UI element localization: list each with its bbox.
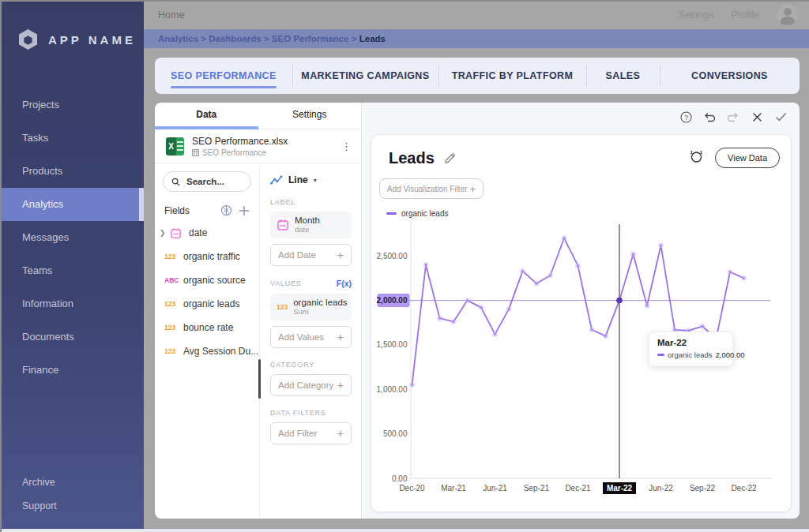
avatar[interactable] [777, 4, 798, 25]
sidebar-item-analytics[interactable]: Analytics [0, 188, 144, 221]
breadcrumb-separator: > [262, 34, 272, 43]
add-values-button[interactable]: Add Values + [270, 326, 352, 348]
config-column: Line ▾ LABEL Month date Add Date + VALUE… [259, 163, 361, 519]
field-item-avg-session-du[interactable]: 123Avg Session Du... [155, 339, 259, 363]
plus-icon: + [337, 427, 344, 440]
dashboard-tab-conversions[interactable]: CONVERSIONS [660, 58, 800, 94]
breadcrumb-item[interactable]: SEO Performance [272, 34, 349, 43]
add-field-icon[interactable] [239, 205, 250, 216]
sidebar-item-tasks[interactable]: Tasks [0, 122, 144, 155]
help-icon[interactable]: ? [679, 111, 692, 123]
field-split-icon[interactable] [220, 204, 232, 216]
data-filters-section-header: DATA FILTERS [270, 409, 352, 417]
line-chart-icon [270, 175, 283, 185]
topbar-settings-link[interactable]: Settings [678, 9, 713, 21]
expand-chevron-icon[interactable]: ❯ [160, 229, 165, 237]
label-chip-subtitle: date [295, 226, 320, 234]
label-section-header: LABEL [270, 198, 352, 206]
svg-text:Mar-21: Mar-21 [441, 484, 466, 493]
viz-filter-input[interactable]: Add Visualization Filter + [379, 178, 484, 199]
topbar-home-link[interactable]: Home [158, 9, 184, 21]
number-type-icon: 123 [164, 347, 179, 355]
add-filter-button[interactable]: Add Filter + [270, 422, 352, 444]
file-name: SEO Performance.xlsx [192, 136, 288, 147]
number-type-icon: 123 [164, 253, 179, 260]
value-chip-organic-leads[interactable]: 123 organic leads Sum [270, 294, 352, 320]
svg-text:Sep-21: Sep-21 [524, 484, 550, 493]
add-values-label: Add Values [278, 332, 324, 342]
dashboard-tab-sales[interactable]: SALES [586, 58, 660, 94]
sidebar-item-products[interactable]: Products [0, 155, 144, 188]
breadcrumb-item[interactable]: Dashboards [209, 34, 261, 43]
plus-icon: + [337, 249, 344, 261]
dashboard-tabbar: SEO PERFORMANCEMARKETING CAMPAIGNSTRAFFI… [155, 58, 800, 94]
field-item-organic-source[interactable]: ABCorganic source [155, 268, 259, 292]
sidebar-item-documents[interactable]: Documents [0, 320, 144, 354]
dashboard-tab-marketing-campaigns[interactable]: MARKETING CAMPAIGNS [292, 58, 438, 94]
fields-label: Fields [164, 205, 190, 216]
svg-text:Dec-21: Dec-21 [565, 484, 591, 493]
chart-title: Leads [389, 149, 435, 167]
field-item-organic-leads[interactable]: 123organic leads [155, 292, 259, 316]
field-item-bounce-rate[interactable]: 123bounce rate [155, 316, 259, 339]
view-data-button[interactable]: View Data [715, 148, 780, 168]
datasource-row[interactable]: X SEO Performance.xlsx SEO Performance ⋮ [155, 129, 361, 163]
file-menu-button[interactable]: ⋮ [341, 141, 352, 152]
tooltip-series-swatch [657, 354, 664, 356]
redo-icon[interactable] [727, 111, 739, 123]
svg-text:Jun-21: Jun-21 [483, 484, 507, 493]
field-name: organic leads [183, 298, 239, 309]
undo-icon[interactable] [703, 111, 716, 123]
field-name: organic traffic [183, 251, 240, 262]
field-item-organic-traffic[interactable]: 123organic traffic [155, 245, 259, 268]
sidebar-item-support[interactable]: Support [0, 494, 144, 518]
value-chip-subtitle: Sum [293, 308, 347, 317]
tooltip-value: 2,000.00 [716, 350, 745, 359]
chevron-down-icon: ▾ [314, 177, 317, 184]
sidebar-footer: ArchiveSupport [0, 470, 144, 518]
tab-data[interactable]: Data [155, 109, 258, 120]
topbar-profile-link[interactable]: Profile [732, 9, 759, 21]
topbar: Home Settings Profile [144, 0, 809, 29]
page-border-top [0, 0, 809, 2]
dashboard-tab-seo-performance[interactable]: SEO PERFORMANCE [155, 58, 292, 94]
chart-section: ? Leads View Data Add Visualization Filt… [361, 103, 800, 519]
sidebar-item-teams[interactable]: Teams [0, 254, 144, 287]
svg-text:1,000.00: 1,000.00 [377, 385, 408, 394]
sidebar-item-archive[interactable]: Archive [0, 470, 144, 494]
page-border-bottom [0, 529, 809, 532]
svg-text:Sep-22: Sep-22 [690, 484, 716, 493]
number-type-icon: 123 [164, 324, 179, 332]
add-date-button[interactable]: Add Date + [270, 244, 352, 266]
field-item-date[interactable]: ❯date [155, 221, 259, 245]
fields-column: Search... Fields ❯date123organic traffic… [155, 163, 259, 519]
add-filter-label: Add Filter [278, 429, 317, 438]
logo-hexagon-icon [17, 28, 39, 51]
close-icon[interactable] [751, 111, 763, 123]
number-type-icon: 123 [164, 300, 179, 308]
tab-settings[interactable]: Settings [258, 109, 362, 120]
sidebar-item-information[interactable]: Information [0, 287, 144, 320]
dashboard-tab-traffic-by-platform[interactable]: TRAFFIC BY PLATFORM [438, 58, 586, 94]
add-date-label: Add Date [278, 250, 316, 260]
sidebar-item-projects[interactable]: Projects [0, 88, 144, 122]
scrollbar-thumb[interactable] [258, 359, 261, 399]
svg-text:2,000.00: 2,000.00 [377, 296, 408, 305]
breadcrumb-item[interactable]: Analytics [158, 34, 198, 43]
alert-icon[interactable] [689, 150, 704, 167]
add-category-button[interactable]: Add Category + [270, 374, 352, 396]
chart-type-selector[interactable]: Line ▾ [270, 174, 352, 185]
svg-text:Dec-22: Dec-22 [731, 484, 757, 493]
app-name: APP NAME [48, 33, 136, 47]
label-chip-month[interactable]: Month date [270, 212, 352, 238]
edit-title-icon[interactable] [444, 152, 456, 164]
data-panel: Data Settings X SEO Performance.xlsx SEO… [155, 103, 361, 519]
sidebar-nav: ProjectsTasksProductsAnalyticsMessagesTe… [0, 88, 144, 387]
fx-button[interactable]: F(x) [337, 279, 352, 288]
field-name: date [189, 227, 207, 238]
sidebar-item-messages[interactable]: Messages [0, 221, 144, 254]
sidebar-item-finance[interactable]: Finance [0, 354, 144, 387]
field-name: organic source [183, 275, 246, 286]
search-input[interactable]: Search... [163, 171, 251, 192]
confirm-icon[interactable] [774, 111, 787, 123]
